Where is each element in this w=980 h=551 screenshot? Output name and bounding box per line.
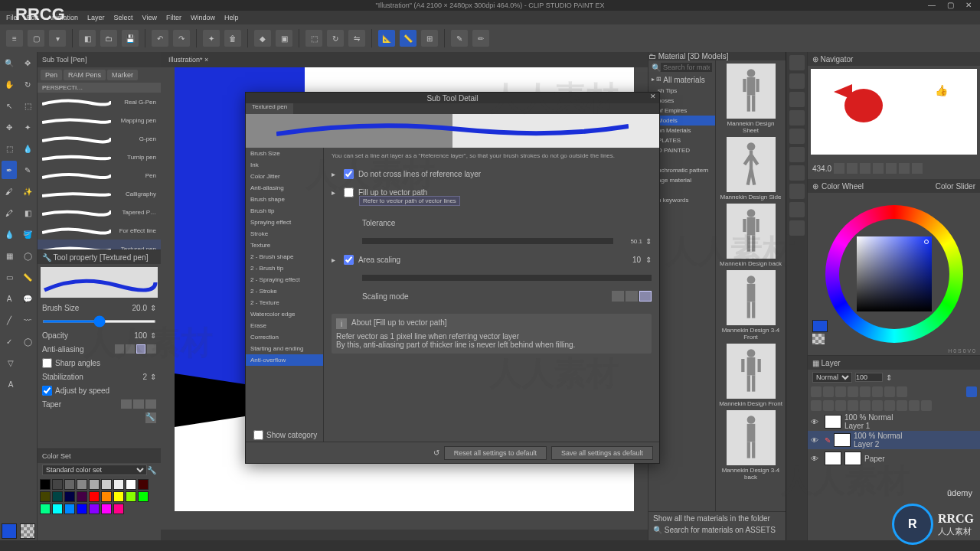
new-icon[interactable]: ▢ — [28, 30, 44, 47]
layer-tool[interactable] — [884, 386, 895, 397]
minimize-button[interactable]: — — [923, 0, 940, 9]
shape-icon[interactable]: ◯ — [20, 246, 35, 265]
rotate-right-icon[interactable] — [886, 163, 897, 174]
brush2-icon[interactable]: ✏ — [472, 30, 489, 47]
layer-row[interactable]: 👁Paper — [808, 449, 980, 468]
move-icon[interactable]: ✥ — [20, 54, 35, 72]
menu-edit[interactable]: Edit — [27, 14, 39, 21]
fill-vector-checkbox[interactable] — [344, 187, 354, 197]
dside-item[interactable]: Anti-overflow — [246, 354, 323, 366]
color-swatch[interactable] — [40, 491, 51, 502]
ellipse-icon[interactable]: ◯ — [20, 332, 35, 350]
taper-1[interactable] — [121, 399, 132, 409]
material-item[interactable]: Mannekin Design back — [719, 204, 782, 267]
save-icon[interactable]: 💾 — [122, 30, 139, 47]
layer-opacity-input[interactable] — [855, 373, 883, 382]
polyline-icon[interactable]: ▽ — [2, 354, 20, 372]
rotate-icon[interactable]: ↻ — [20, 75, 35, 93]
fill-icon[interactable]: ◆ — [254, 30, 271, 47]
undo-icon[interactable]: ↶ — [152, 30, 168, 47]
flip-icon[interactable]: ⇋ — [348, 30, 365, 47]
zoom-in-icon[interactable] — [847, 163, 858, 174]
crop-icon[interactable]: ▣ — [276, 30, 292, 47]
menu-help[interactable]: Help — [224, 14, 239, 21]
color-swatch[interactable] — [64, 491, 75, 502]
menu-file[interactable]: File — [6, 14, 18, 21]
curve-icon[interactable]: 〰 — [20, 311, 35, 329]
layer-tool[interactable] — [897, 386, 907, 397]
brush-size-value[interactable]: 20.0 — [132, 304, 147, 312]
scale-mode-3[interactable] — [639, 291, 652, 302]
dside-item[interactable]: Stroke — [246, 228, 323, 240]
dside-item[interactable]: Brush Size — [246, 148, 323, 159]
color-swatch[interactable] — [138, 479, 149, 490]
layer-row[interactable]: 👁✎100 % NormalLayer 2 — [808, 431, 980, 449]
dside-item[interactable]: Watercolor edge — [246, 308, 323, 320]
color-swatch[interactable] — [101, 491, 112, 502]
cw-option[interactable]: ⊕ — [812, 182, 818, 191]
taper-3[interactable] — [145, 399, 156, 409]
cw-tab[interactable]: Color Slider — [936, 182, 975, 191]
show-category-checkbox[interactable] — [253, 430, 263, 440]
dside-item[interactable]: Spraying effect — [246, 217, 323, 228]
brush-size-slider[interactable] — [42, 320, 156, 323]
layer-tool[interactable] — [872, 400, 883, 411]
eye-icon[interactable]: 👁 — [811, 455, 822, 463]
aa-option-1[interactable] — [115, 344, 124, 354]
rotate-left-icon[interactable] — [873, 163, 884, 174]
a-icon[interactable]: A — [2, 375, 20, 393]
eye-icon[interactable]: 👁 — [811, 418, 822, 426]
blend-mode-select[interactable]: Normal — [812, 372, 852, 383]
fg-color-chip[interactable] — [2, 523, 17, 539]
expand-icon[interactable]: ▸ — [332, 188, 339, 197]
wrench-icon[interactable]: 🔧 — [147, 466, 156, 474]
dock-item[interactable] — [789, 165, 805, 181]
color-swatch[interactable] — [64, 479, 75, 490]
revert-icon[interactable]: ↺ — [433, 448, 439, 457]
dside-item[interactable]: 2 - Stroke — [246, 285, 323, 297]
colorset-select[interactable]: Standard color set — [42, 465, 147, 475]
hand-icon[interactable]: ✋ — [2, 75, 17, 93]
ruler-icon[interactable]: 📏 — [20, 268, 35, 286]
line-icon[interactable]: ╱ — [2, 311, 17, 329]
color-swatch[interactable] — [101, 504, 112, 514]
correct-icon[interactable]: ✓ — [2, 332, 17, 350]
area-scaling-slider[interactable] — [362, 275, 652, 281]
layer-tool[interactable] — [835, 400, 846, 411]
dside-item[interactable]: Brush tip — [246, 205, 323, 217]
layer-tool[interactable] — [823, 386, 834, 397]
layer-tool[interactable] — [860, 400, 871, 411]
eyedropper-icon[interactable]: 💧 — [20, 139, 35, 158]
list-item[interactable]: Pen — [38, 166, 161, 184]
aa-option-2[interactable] — [126, 344, 135, 354]
color-swatch[interactable] — [52, 491, 63, 502]
menu-view[interactable]: View — [142, 14, 157, 21]
zoom-icon[interactable]: 🔍 — [2, 54, 17, 72]
list-item[interactable]: Tapered P… — [38, 203, 161, 221]
list-item[interactable]: Mapping pen — [38, 111, 161, 129]
new-folder-icon[interactable] — [823, 400, 834, 411]
dock-item[interactable] — [789, 147, 805, 162]
clear-icon[interactable]: ✦ — [203, 30, 220, 47]
dialog-tab[interactable]: Textured pen — [246, 103, 293, 114]
expand-icon[interactable]: ▸ — [332, 256, 339, 264]
dside-item[interactable]: 2 - Brush tip — [246, 262, 323, 274]
close-button[interactable]: ✕ — [960, 0, 977, 9]
dside-item[interactable]: Starting and ending — [246, 343, 323, 354]
mat-foot-link2[interactable]: Search for materials on ASSETS — [665, 526, 776, 534]
tree-item[interactable]: All materials — [663, 76, 704, 84]
color-swatch[interactable] — [126, 491, 136, 502]
subtool-tab-rampens[interactable]: RAM Pens — [64, 70, 106, 80]
tolerance-slider[interactable] — [362, 238, 613, 244]
mat-foot-link1[interactable]: Show all the materials in the folder — [653, 514, 781, 523]
layer-tool[interactable] — [884, 400, 895, 411]
color-swatch[interactable] — [77, 491, 87, 502]
zoom-value[interactable]: 434.0 — [812, 165, 831, 173]
object-icon[interactable]: ↖ — [2, 96, 17, 115]
save-all-button[interactable]: Save all settings as default — [551, 446, 653, 460]
dside-item[interactable]: Texture — [246, 240, 323, 251]
tolerance-value[interactable]: 50.1 — [616, 238, 642, 245]
bg-color-chip[interactable] — [20, 523, 35, 539]
subtool-tab-pen[interactable]: Pen — [41, 70, 62, 80]
material-item[interactable]: Mannekin Design 3-4 Front — [719, 270, 782, 341]
